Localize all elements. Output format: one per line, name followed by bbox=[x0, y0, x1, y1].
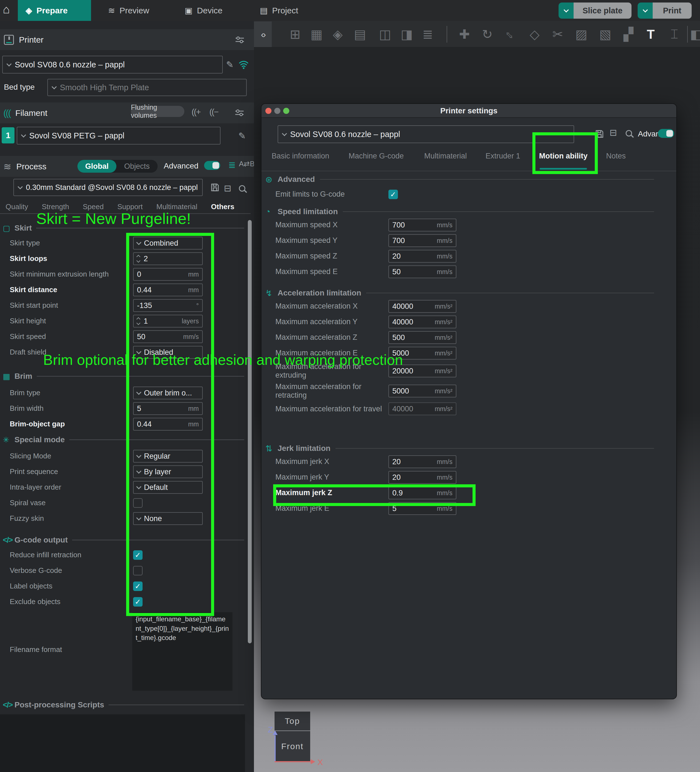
remove-filament-icon[interactable]: ((− bbox=[209, 107, 218, 117]
collapse-sidebar-icon[interactable]: ‹› bbox=[254, 21, 272, 47]
tab-device[interactable]: ▣Device bbox=[177, 0, 228, 21]
input-field[interactable]: 0.44mm bbox=[133, 283, 203, 296]
tab-preview[interactable]: ≋Preview bbox=[100, 0, 156, 21]
select-field[interactable]: Outer brim o... bbox=[133, 386, 203, 399]
Special mode-header[interactable]: ✳Special mode bbox=[0, 435, 249, 445]
scope-global[interactable]: Global bbox=[77, 160, 116, 173]
preset-list-icon[interactable]: ≣ bbox=[228, 160, 236, 170]
input-field[interactable]: -135° bbox=[133, 299, 203, 312]
Advanced-header[interactable]: ⊛Advanced bbox=[265, 174, 661, 185]
select-field[interactable]: Disabled bbox=[133, 346, 203, 359]
assembly-icon[interactable]: ◧ bbox=[686, 21, 700, 47]
printer-preset-select[interactable]: Sovol SV08 0.6 nozzle – pappl bbox=[2, 56, 223, 74]
checkbox-checked[interactable]: ✓ bbox=[133, 550, 142, 560]
process-tab-support[interactable]: Support bbox=[117, 203, 142, 211]
dialog-printer-preset-select[interactable]: Sovol SV08 0.6 nozzle – pappl bbox=[278, 125, 574, 143]
cut-icon[interactable]: ✂ bbox=[548, 21, 568, 47]
input-field[interactable]: 20000mm/s² bbox=[388, 365, 456, 377]
move-icon[interactable]: ✚ bbox=[455, 21, 474, 47]
dialog-titlebar[interactable]: Printer settings bbox=[262, 104, 676, 118]
dialog-advanced-toggle[interactable] bbox=[658, 129, 674, 138]
input-field[interactable]: 0.44mm bbox=[133, 418, 203, 430]
input-field[interactable]: 5mm/s bbox=[388, 502, 456, 515]
checkbox[interactable] bbox=[133, 566, 142, 576]
Jerk limitation-header[interactable]: ⇅Jerk limitation bbox=[265, 443, 661, 454]
print-options-dropdown[interactable] bbox=[638, 3, 653, 19]
save-preset-icon[interactable] bbox=[594, 129, 605, 139]
input-field[interactable]: 1layers bbox=[133, 315, 203, 327]
variable-layer-height-icon[interactable]: ≣ bbox=[418, 21, 437, 47]
Acceleration limitation-header[interactable]: ↯Acceleration limitation bbox=[265, 288, 661, 298]
process-tab-speed[interactable]: Speed bbox=[83, 203, 103, 211]
add-object-icon[interactable]: ⊞ bbox=[285, 21, 305, 47]
slice-plate-label[interactable]: Slice plate bbox=[574, 3, 631, 19]
sidebar-scrollbar[interactable] bbox=[248, 220, 252, 643]
input-field[interactable]: 50mm/s bbox=[388, 265, 456, 278]
tab-prepare[interactable]: ◈Prepare bbox=[18, 0, 91, 21]
process-tab-strength[interactable]: Strength bbox=[42, 203, 69, 211]
Brim-header[interactable]: ▦Brim bbox=[0, 371, 249, 381]
process-tab-quality[interactable]: Quality bbox=[6, 203, 28, 211]
search-settings-icon[interactable] bbox=[625, 129, 633, 138]
input-field[interactable]: 2 bbox=[133, 252, 203, 265]
filament-settings-icon[interactable] bbox=[234, 108, 244, 118]
color-paint-icon[interactable]: ▨ bbox=[572, 21, 591, 47]
G-code output-header[interactable]: </>G-code output bbox=[0, 535, 249, 545]
add-plate-icon[interactable]: ▦ bbox=[307, 21, 326, 47]
slice-options-dropdown[interactable] bbox=[559, 3, 574, 19]
input-field[interactable]: 20mm/s bbox=[388, 455, 456, 468]
seam-paint-icon[interactable]: ▞ bbox=[619, 21, 638, 47]
filename-format-input[interactable]: {input_filename_base}_{filament_type[0]}… bbox=[132, 612, 232, 691]
bed-type-select[interactable]: Smooth High Temp Plate bbox=[47, 79, 247, 96]
Skirt-header[interactable]: ▢Skirt bbox=[0, 223, 249, 233]
Speed limitation-header[interactable]: ◔Speed limitation bbox=[265, 206, 661, 217]
post-processing-script-input[interactable] bbox=[0, 714, 245, 772]
process-preset-select[interactable]: 0.30mm Standard @Sovol SV08 0.6 nozzle –… bbox=[13, 179, 203, 196]
checkbox-checked[interactable]: ✓ bbox=[388, 190, 398, 199]
gizmo-top-face[interactable]: Top bbox=[275, 711, 310, 731]
input-field[interactable]: 40000mm/s² bbox=[388, 300, 456, 313]
dialog-tab-notes[interactable]: Notes bbox=[606, 150, 626, 162]
advanced-toggle[interactable] bbox=[204, 161, 220, 170]
select-field[interactable]: None bbox=[133, 512, 203, 525]
input-field[interactable]: 40000mm/s² bbox=[388, 402, 456, 415]
input-field[interactable]: 5000mm/s² bbox=[388, 347, 456, 360]
input-field[interactable]: 0.9mm/s bbox=[388, 487, 456, 499]
input-field[interactable]: 20mm/s bbox=[388, 250, 456, 263]
filament-slot-badge[interactable]: 1 bbox=[2, 127, 15, 144]
dialog-tab-motion-ability[interactable]: Motion ability bbox=[539, 150, 587, 162]
search-settings-icon[interactable] bbox=[238, 185, 247, 193]
input-field[interactable]: 500mm/s² bbox=[388, 331, 456, 344]
scope-objects[interactable]: Objects bbox=[116, 160, 158, 173]
input-field[interactable]: 0mm bbox=[133, 268, 203, 281]
delete-preset-icon[interactable]: ⊟ bbox=[610, 127, 617, 138]
checkbox-checked[interactable]: ✓ bbox=[133, 582, 142, 591]
home-icon[interactable]: ⌂ bbox=[3, 3, 10, 16]
input-field[interactable]: 5mm bbox=[133, 402, 203, 415]
select-field[interactable]: Default bbox=[133, 481, 203, 494]
input-field[interactable]: 40000mm/s² bbox=[388, 316, 456, 328]
input-field[interactable]: 700mm/s bbox=[388, 234, 456, 247]
save-preset-icon[interactable] bbox=[210, 182, 220, 193]
lay-on-face-icon[interactable]: ◇ bbox=[525, 21, 545, 47]
checkbox[interactable] bbox=[133, 498, 142, 508]
gizmo-front-face[interactable]: Front bbox=[275, 731, 310, 762]
input-field[interactable]: 20mm/s bbox=[388, 471, 456, 484]
support-paint-icon[interactable]: ▧ bbox=[595, 21, 615, 47]
split-to-objects-icon[interactable]: ◫ bbox=[375, 21, 395, 47]
select-field[interactable]: Regular bbox=[133, 450, 203, 463]
filament-preset-select[interactable]: Sovol SV08 PETG – pappl bbox=[17, 127, 221, 144]
compare-presets-icon[interactable]: A⇄B bbox=[239, 160, 254, 168]
stepper-arrows-icon[interactable] bbox=[137, 255, 140, 262]
process-tab-others[interactable]: Others bbox=[211, 203, 234, 211]
printer-section-header[interactable]: Printer bbox=[0, 29, 254, 50]
select-field[interactable]: Combined bbox=[133, 237, 203, 250]
stepper-arrows-icon[interactable] bbox=[137, 318, 140, 324]
edit-pencil-icon[interactable]: ✎ bbox=[238, 131, 246, 141]
dialog-tab-machine-g-code[interactable]: Machine G-code bbox=[348, 150, 404, 162]
process-tab-multimaterial[interactable]: Multimaterial bbox=[156, 203, 197, 211]
input-field[interactable]: 5000mm/s² bbox=[388, 384, 456, 397]
edit-pencil-icon[interactable]: ✎ bbox=[226, 59, 234, 70]
input-field[interactable]: 50mm/s bbox=[133, 330, 203, 343]
rotate-icon[interactable]: ↻ bbox=[478, 21, 497, 47]
